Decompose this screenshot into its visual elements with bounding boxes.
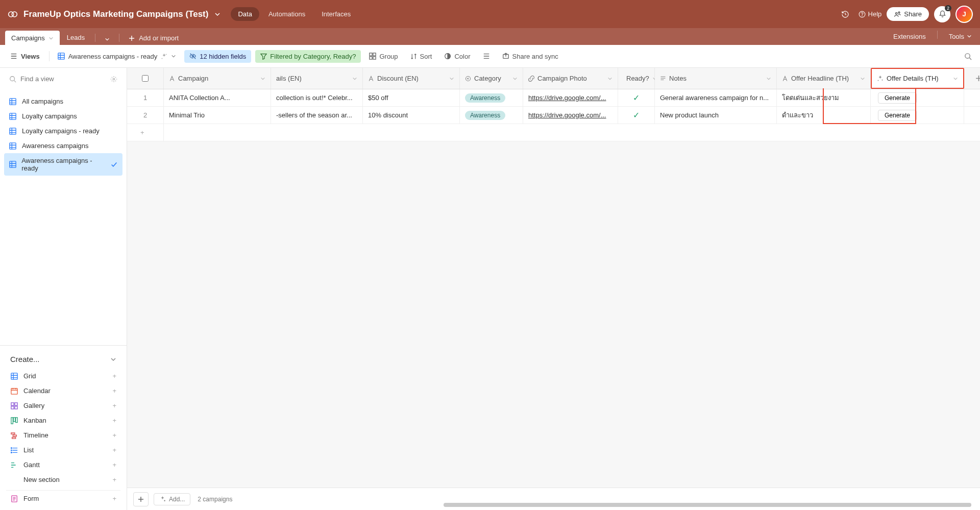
table-tab-label: Leads <box>67 34 85 41</box>
cell-category[interactable]: Awareness <box>460 89 523 106</box>
filter-pill[interactable]: Filtered by Category, Ready? <box>255 50 361 63</box>
find-view-input[interactable] <box>20 75 106 83</box>
tab-data[interactable]: Data <box>231 7 259 21</box>
history-icon[interactable] <box>837 6 853 22</box>
hidden-fields-pill[interactable]: 12 hidden fields <box>184 50 251 63</box>
row-height-button[interactable] <box>479 50 494 62</box>
cell-headline-th[interactable]: โดดเด่นและสวยงาม <box>777 89 871 106</box>
svg-rect-30 <box>11 417 13 423</box>
col-header-notes[interactable]: Notes <box>655 68 777 89</box>
table-tab-leads[interactable]: Leads <box>60 30 92 45</box>
view-item-loyalty[interactable]: Loyalty campaigns <box>4 109 122 124</box>
views-toggle[interactable]: Views <box>5 50 45 63</box>
add-column-button[interactable] <box>964 68 980 89</box>
create-form[interactable]: Form+ <box>6 490 120 506</box>
share-sync-button[interactable]: Share and sync <box>498 50 562 63</box>
cell-campaign[interactable]: Minimal Trio <box>164 107 271 124</box>
generate-button[interactable]: Generate <box>878 92 917 104</box>
add-row[interactable]: + <box>127 124 980 141</box>
tools-button[interactable]: Tools <box>946 33 975 40</box>
cell-details-en[interactable]: -sellers of the season ar... <box>271 107 363 124</box>
help-button[interactable]: Help <box>859 10 882 18</box>
tables-dropdown[interactable] <box>99 37 116 45</box>
cell-photo[interactable]: https://drive.google.com/... <box>523 89 618 106</box>
create-timeline[interactable]: Timeline+ <box>6 428 120 443</box>
create-grid[interactable]: Grid+ <box>6 369 120 383</box>
search-button[interactable] <box>961 50 975 63</box>
cell-discount-en[interactable]: 10% discount <box>363 107 460 124</box>
plus-icon: + <box>112 372 116 380</box>
col-header-campaign[interactable]: Campaign <box>164 68 271 89</box>
tab-interfaces[interactable]: Interfaces <box>314 7 358 21</box>
cell-ready[interactable]: ✓ <box>618 89 655 106</box>
svg-point-3 <box>862 15 862 16</box>
view-toolbar: Views Awareness campaigns - ready 12 hid… <box>0 45 980 68</box>
base-logo-icon[interactable] <box>7 9 18 20</box>
generate-button[interactable]: Generate <box>878 110 917 121</box>
svg-rect-32 <box>16 417 18 422</box>
cell-discount-en[interactable]: $50 off <box>363 89 460 106</box>
cell-details-th[interactable]: Generate <box>871 89 964 106</box>
share-button[interactable]: Share <box>887 7 929 21</box>
cell-campaign[interactable]: ANITA Collection A... <box>164 89 271 106</box>
notifications-button[interactable]: 2 <box>934 6 950 22</box>
svg-rect-6 <box>58 53 64 59</box>
create-new-section[interactable]: New section+ <box>6 472 120 487</box>
cell-notes[interactable]: General awareness campaign for n... <box>655 89 777 106</box>
col-header-headline-th[interactable]: Offer Headline (TH) <box>777 68 871 89</box>
add-record-button[interactable] <box>133 492 149 506</box>
view-item-all-campaigns[interactable]: All campaigns <box>4 94 122 109</box>
gear-icon[interactable] <box>110 76 117 83</box>
col-header-details-th[interactable]: Offer Details (TH) <box>871 68 964 89</box>
hidden-fields-label: 12 hidden fields <box>200 53 246 60</box>
create-gantt[interactable]: Gantt+ <box>6 457 120 472</box>
col-header-photo[interactable]: Campaign Photo <box>523 68 618 89</box>
right-tools: Extensions Tools <box>890 31 975 45</box>
view-item-awareness[interactable]: Awareness campaigns <box>4 138 122 153</box>
col-header-discount-en[interactable]: Discount (EN) <box>363 68 460 89</box>
color-button[interactable]: Color <box>440 50 474 63</box>
extensions-button[interactable]: Extensions <box>890 33 929 40</box>
row-number[interactable]: 2 <box>127 107 164 124</box>
col-header-details-en[interactable]: ails (EN) <box>271 68 363 89</box>
create-calendar[interactable]: Calendar+ <box>6 383 120 398</box>
current-view[interactable]: Awareness campaigns - ready <box>54 50 181 63</box>
cell-headline-th[interactable]: ดำและขาว <box>777 107 871 124</box>
plus-icon[interactable]: + <box>127 124 164 141</box>
table-row[interactable]: 2 Minimal Trio -sellers of the season ar… <box>127 107 980 124</box>
cell-notes[interactable]: New product launch <box>655 107 777 124</box>
add-or-import-button[interactable]: Add or import <box>122 34 185 45</box>
sort-button[interactable]: Sort <box>406 50 436 63</box>
share-label: Share <box>904 10 922 18</box>
select-all-checkbox[interactable] <box>127 68 164 89</box>
col-header-category[interactable]: Category <box>460 68 523 89</box>
view-item-loyalty-ready[interactable]: Loyalty campaigns - ready <box>4 124 122 138</box>
table-tab-campaigns[interactable]: Campaigns <box>5 31 60 45</box>
table-row[interactable]: 1 ANITA Collection A... collection is ou… <box>127 89 980 107</box>
svg-rect-24 <box>11 373 17 379</box>
user-avatar[interactable]: J <box>955 6 973 23</box>
cell-details-en[interactable]: collection is out!* Celebr... <box>271 89 363 106</box>
row-number[interactable]: 1 <box>127 89 164 106</box>
base-menu-chevron[interactable] <box>211 8 224 20</box>
tab-automations[interactable]: Automations <box>261 7 312 21</box>
eye-off-icon <box>189 53 197 60</box>
base-name[interactable]: FrameUp Optics Marketing Campaigns (Test… <box>23 9 208 19</box>
cell-photo[interactable]: https://drive.google.com/... <box>523 107 618 124</box>
group-button[interactable]: Group <box>365 50 402 63</box>
create-kanban[interactable]: Kanban+ <box>6 413 120 428</box>
horizontal-scrollbar[interactable] <box>444 503 971 507</box>
cell-category[interactable]: Awareness <box>460 107 523 124</box>
view-item-awareness-ready[interactable]: Awareness campaigns - ready <box>4 153 122 176</box>
create-gallery[interactable]: Gallery+ <box>6 398 120 413</box>
search-icon <box>9 76 16 83</box>
create-header[interactable]: Create... <box>6 350 120 369</box>
create-list[interactable]: List+ <box>6 443 120 457</box>
cell-ready[interactable]: ✓ <box>618 107 655 124</box>
cell-details-th[interactable]: Generate <box>871 107 964 124</box>
add-with-ai-button[interactable]: Add... <box>154 493 190 505</box>
longtext-type-icon <box>660 76 666 82</box>
svg-rect-11 <box>373 53 376 56</box>
select-type-icon <box>465 76 471 82</box>
col-header-ready[interactable]: Ready? <box>618 68 655 89</box>
